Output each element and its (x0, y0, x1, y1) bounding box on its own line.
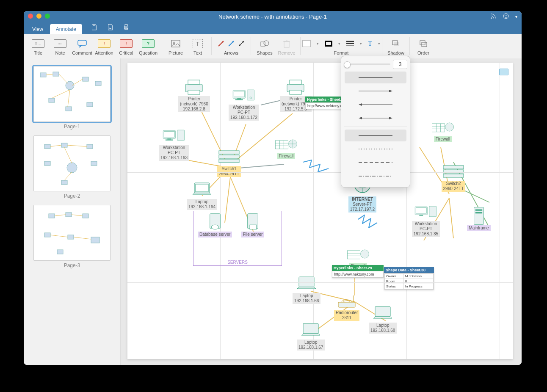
window-minimize-button[interactable] (36, 14, 41, 19)
svg-rect-8 (171, 40, 180, 47)
tool-arrows[interactable]: Arrows (214, 37, 248, 55)
svg-point-0 (491, 17, 492, 18)
arrow-style-none[interactable] (345, 72, 406, 83)
svg-rect-129 (475, 210, 482, 211)
node-laptop-168[interactable]: Laptop192.168.1.68 (369, 304, 397, 334)
thumbnail-page-1[interactable] (33, 66, 111, 122)
arrow-style-left[interactable] (345, 99, 406, 110)
arrow-style-right[interactable] (345, 85, 406, 97)
svg-rect-122 (443, 170, 464, 173)
svg-rect-114 (250, 225, 257, 229)
stroke-color-swatch[interactable] (325, 41, 332, 47)
node-file-server[interactable]: File server (240, 213, 265, 237)
tab-annotate[interactable]: Annotate (50, 24, 82, 34)
window-zoom-button[interactable] (45, 14, 50, 19)
svg-rect-90 (247, 90, 254, 100)
svg-line-63 (74, 237, 91, 239)
text-style-icon[interactable]: T (368, 40, 372, 47)
svg-rect-85 (188, 90, 200, 94)
svg-rect-101 (219, 155, 239, 158)
servers-group[interactable]: Database server File server SERVERS (193, 211, 282, 266)
tool-title[interactable]: T…Title (27, 37, 49, 55)
tool-question[interactable]: ?Question (137, 37, 159, 55)
thumbnail-page-2[interactable] (33, 135, 111, 191)
node-laptop-164[interactable]: Laptop192.168.1.164 (187, 180, 217, 210)
dash-style-dotted[interactable] (345, 143, 406, 155)
tool-format[interactable]: ▾ ▾ ▾ T ▾ Format (303, 37, 379, 55)
svg-rect-59 (57, 250, 63, 254)
node-db-server[interactable]: Database server (198, 213, 232, 237)
window-close-button[interactable] (28, 14, 33, 19)
line-style-icon[interactable] (346, 40, 354, 47)
dash-style-solid[interactable] (345, 130, 406, 141)
canvas-area[interactable]: Printer(network) 7960192.168.2.8 Worksta… (121, 58, 522, 365)
node-radiorouter[interactable]: Radiorouter2811 (334, 291, 359, 321)
export-pdf-icon[interactable] (90, 23, 98, 32)
svg-marker-146 (389, 90, 392, 92)
svg-rect-33 (95, 81, 101, 86)
svg-rect-97 (167, 138, 171, 139)
dash-style-dashdot[interactable] (345, 170, 406, 182)
tool-note[interactable]: ····Note (49, 37, 71, 55)
hyperlinks-box-sheet29[interactable]: Hyperlinks - Sheet.29 http://www.nektony… (332, 265, 384, 278)
svg-rect-54 (66, 213, 72, 217)
tab-view[interactable]: View (26, 24, 49, 34)
thumbnail-label: Page-3 (24, 262, 120, 268)
node-workstation-163[interactable]: WorkstationPC-PT192.168.1.163 (153, 126, 195, 161)
svg-rect-7 (78, 40, 86, 45)
svg-rect-102 (219, 159, 239, 163)
svg-point-3 (506, 15, 507, 16)
svg-point-112 (211, 225, 219, 229)
line-width-value[interactable]: 3 (393, 60, 407, 69)
node-printer-7960[interactable]: Printer(network) 7960192.168.2.8 (178, 77, 210, 112)
export-pdf-signed-icon[interactable] (106, 23, 114, 32)
feedback-icon[interactable] (503, 13, 509, 21)
thumbnail-page-3[interactable] (33, 205, 111, 261)
shape-data-box-sheet30[interactable]: Shape Data - Sheet.30 OwnerM.Johnson Roo… (384, 267, 434, 290)
svg-line-62 (50, 235, 68, 237)
page-annotation-indicator[interactable] (499, 69, 508, 75)
node-firewall-1[interactable]: Firewall (267, 135, 305, 159)
tool-order[interactable]: Order (412, 37, 434, 55)
rss-icon[interactable] (490, 13, 497, 21)
print-icon[interactable] (122, 23, 130, 32)
svg-rect-29 (40, 73, 46, 77)
node-switch2[interactable]: Switch22960-24TT (441, 162, 466, 192)
chevron-down-icon[interactable]: ▾ (515, 14, 517, 19)
svg-rect-89 (235, 99, 243, 100)
svg-rect-84 (188, 80, 200, 84)
tool-picture[interactable]: Picture (165, 37, 187, 55)
node-firewall-2[interactable]: Firewall (424, 118, 462, 142)
node-workstation-172[interactable]: WorkstationPC-PT192.168.1.172 (223, 86, 265, 121)
tool-text[interactable]: TText (187, 37, 209, 55)
dash-style-dashed[interactable] (345, 157, 406, 168)
node-switch1[interactable]: Switch12960-24TT (216, 147, 242, 177)
svg-rect-55 (83, 214, 88, 218)
drawing-page[interactable]: Printer(network) 7960192.168.2.8 Worksta… (127, 63, 513, 359)
tool-comment[interactable]: Comment (71, 37, 93, 55)
arrow-style-both[interactable] (345, 112, 406, 124)
fill-color-swatch[interactable] (302, 40, 311, 47)
svg-rect-17 (261, 42, 265, 46)
svg-line-39 (72, 79, 83, 86)
svg-rect-44 (87, 144, 93, 149)
tool-shapes[interactable]: Shapes (254, 37, 276, 55)
svg-rect-34 (49, 98, 55, 102)
svg-line-41 (52, 90, 70, 98)
node-laptop-166[interactable]: Laptop192.168.1.66 (293, 274, 320, 304)
svg-rect-88 (237, 98, 241, 99)
svg-line-60 (55, 215, 66, 216)
tool-attention[interactable]: !Attention (93, 37, 115, 55)
svg-rect-115 (432, 124, 445, 132)
svg-rect-121 (443, 166, 464, 169)
svg-rect-36 (87, 102, 93, 107)
svg-line-52 (64, 172, 72, 180)
thumbnail-label: Page-2 (24, 193, 120, 199)
line-width-slider[interactable] (344, 63, 390, 65)
node-mainframe[interactable]: Mainframe (466, 207, 492, 231)
tool-critical[interactable]: !Critical (115, 37, 137, 55)
tool-shadow[interactable]: Shadow (385, 37, 407, 55)
node-laptop-167[interactable]: Laptop192.168.1.67 (297, 321, 325, 351)
svg-marker-150 (359, 117, 362, 119)
node-workstation-135[interactable]: WorkstationPC-PT192.168.1.35 (405, 202, 447, 237)
